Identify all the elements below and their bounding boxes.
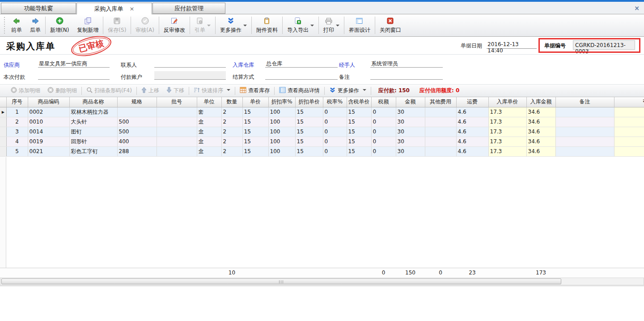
column-header[interactable]: 批号 [157, 97, 197, 107]
view-stock-button[interactable]: 查看库存 [236, 87, 273, 94]
grid-cell[interactable]: 0 [323, 137, 347, 146]
grid-cell[interactable]: 2 [221, 117, 242, 127]
quick-sort-button[interactable]: 快速排序 [190, 87, 234, 94]
grid-cell[interactable]: 0014 [28, 127, 69, 137]
grid-cell[interactable]: 15 [347, 146, 371, 156]
grid-cell[interactable] [117, 107, 157, 117]
column-header[interactable]: 规格 [117, 97, 157, 107]
grid-cell[interactable]: 100 [268, 137, 295, 146]
column-header[interactable]: 含税单价 [347, 97, 371, 107]
grid-cell[interactable]: 500 [117, 127, 157, 137]
column-header[interactable]: 入库金额 [526, 97, 555, 107]
tab-close-icon[interactable]: × [130, 5, 135, 12]
pay-account-field[interactable] [154, 71, 226, 80]
grid-cell[interactable]: 17.3 [488, 146, 526, 156]
remark-field[interactable] [370, 71, 443, 80]
grid-cell[interactable] [555, 146, 614, 156]
supplier-field[interactable]: 星星文具第一供应商 [38, 59, 110, 68]
toolbar-grip[interactable] [3, 17, 6, 34]
grid-cell[interactable]: 4.6 [456, 137, 488, 146]
grid-cell[interactable]: 4.6 [456, 146, 488, 156]
grid-cell[interactable]: 30 [396, 107, 425, 117]
column-header[interactable]: 其他费用 [425, 97, 456, 107]
grid-cell[interactable]: 34.6 [526, 127, 555, 137]
row-header[interactable] [0, 146, 6, 156]
table-row[interactable]: 50021彩色工字钉288盒215100150150304.617.334.6 [0, 146, 644, 156]
grid-cell[interactable]: 15 [295, 117, 323, 127]
grid-cell[interactable]: 0 [323, 127, 347, 137]
current-row-marker[interactable]: ▶ [0, 107, 6, 117]
scan-barcode-button[interactable]: 扫描条形码(F4) [83, 87, 136, 94]
audit-button[interactable]: 审核(A) [131, 14, 158, 36]
close-window-button[interactable]: 关闭窗口 [376, 14, 405, 36]
grid-cell[interactable]: 0 [371, 107, 396, 117]
pull-order-button[interactable]: 引单 [191, 14, 215, 36]
grid-cell[interactable]: 100 [268, 117, 295, 127]
grid-cell[interactable]: 15 [295, 107, 323, 117]
tab-nav-window[interactable]: 功能导航窗 [1, 3, 76, 14]
grid-cell[interactable]: 盒 [197, 146, 221, 156]
grid-cell[interactable]: 15 [242, 137, 268, 146]
grid-cell[interactable]: 34.6 [526, 107, 555, 117]
column-header[interactable]: 税率% [323, 97, 347, 107]
grid-cell[interactable]: 17.3 [488, 137, 526, 146]
column-header[interactable]: 税额 [371, 97, 396, 107]
grid-cell[interactable] [157, 127, 197, 137]
grid-cell[interactable]: 17.3 [488, 127, 526, 137]
grid-cell[interactable]: 30 [396, 117, 425, 127]
grid-cell[interactable] [614, 137, 644, 146]
grid-cell[interactable]: 15 [347, 127, 371, 137]
grid-cell[interactable]: 100 [268, 146, 295, 156]
contact-field[interactable] [154, 59, 226, 68]
grid-cell[interactable] [555, 137, 614, 146]
grid-cell[interactable] [157, 107, 197, 117]
grid-cell[interactable]: 15 [295, 137, 323, 146]
grid-cell[interactable]: 盒 [197, 137, 221, 146]
ui-design-button[interactable]: 界面设计 [345, 14, 374, 36]
grid-cell[interactable]: 0 [323, 146, 347, 156]
grid-cell[interactable]: 4.6 [456, 107, 488, 117]
grid-cell[interactable] [425, 127, 456, 137]
grid-cell[interactable]: 30 [396, 137, 425, 146]
copy-new-button[interactable]: 复制新增 [73, 14, 102, 36]
column-header[interactable]: 单价 [242, 97, 268, 107]
column-header[interactable]: 商品名称 [69, 97, 117, 107]
grid-cell[interactable]: 0021 [28, 146, 69, 156]
grid-cell[interactable]: 0019 [28, 137, 69, 146]
next-order-button[interactable]: 后单 [26, 14, 45, 36]
grid-cell[interactable]: 34.6 [526, 137, 555, 146]
grid-cell[interactable]: 2 [221, 107, 242, 117]
grid-cell[interactable] [555, 107, 614, 117]
grid-cell[interactable]: 15 [242, 107, 268, 117]
tab-payables[interactable]: 应付款管理 [153, 3, 225, 14]
grid-cell[interactable] [425, 146, 456, 156]
unaudit-button[interactable]: 反审修改 [160, 14, 189, 36]
move-up-button[interactable]: 上移 [138, 87, 163, 94]
settle-method-field[interactable] [265, 71, 338, 80]
import-export-button[interactable]: 导入导出 [283, 14, 318, 36]
grid-cell[interactable]: 15 [295, 127, 323, 137]
doc-date-field[interactable]: 2016-12-13 14:40 [487, 40, 537, 49]
grid-cell[interactable]: 288 [117, 146, 157, 156]
grid-cell[interactable]: 1 [6, 107, 28, 117]
column-header[interactable]: 引 [614, 97, 644, 107]
column-header[interactable]: 入库单价 [488, 97, 526, 107]
doc-no-field[interactable]: CGRKD-20161213-0003 [573, 40, 635, 50]
grid-cell[interactable]: 套 [197, 107, 221, 117]
delete-detail-button[interactable]: 删除明细 [44, 87, 80, 94]
save-button[interactable]: 保存(S) [104, 14, 130, 36]
grid-cell[interactable] [614, 127, 644, 137]
grid-cell[interactable] [614, 146, 644, 156]
column-header[interactable]: 折扣率% [268, 97, 295, 107]
handler-field[interactable]: 系统管理员 [370, 59, 443, 68]
grid-cell[interactable] [157, 146, 197, 156]
grid-cell[interactable]: 4.6 [456, 127, 488, 137]
table-row[interactable]: 40019回形针400盒215100150150304.617.334.6 [0, 137, 644, 146]
grid-cell[interactable]: 大头针 [69, 117, 117, 127]
grid-cell[interactable]: 100 [268, 107, 295, 117]
grid-cell[interactable]: 图钉 [69, 127, 117, 137]
grid-cell[interactable]: 0 [323, 117, 347, 127]
grid-cell[interactable]: 彩色工字钉 [69, 146, 117, 156]
grid-cell[interactable]: 0 [371, 127, 396, 137]
grid-cell[interactable]: 盒 [197, 127, 221, 137]
